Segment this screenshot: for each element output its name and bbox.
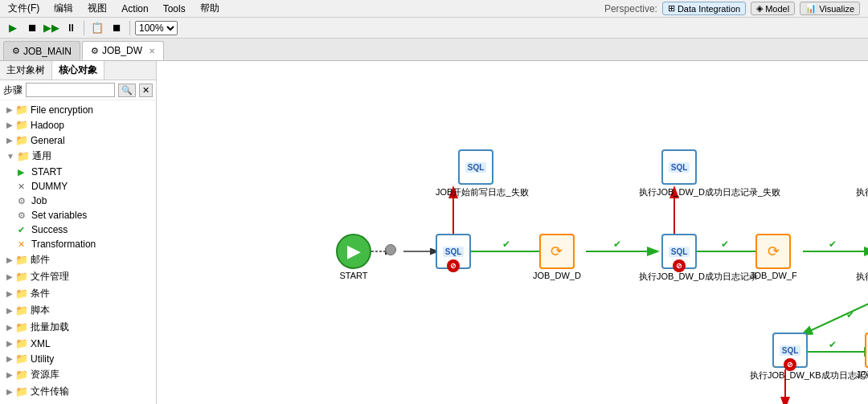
tree-item-label: 条件 — [31, 287, 50, 300]
tab-job-main[interactable]: ⚙ JOB_MAIN — [3, 41, 80, 60]
node-job-start-log-box: SQL ⊘ — [436, 234, 471, 269]
tab-job-dw-close[interactable]: ✕ — [149, 47, 155, 55]
node-job-dw-f[interactable]: ⟳ JOB_DW_F — [750, 234, 797, 280]
run-selected-button[interactable]: ▶▶ — [43, 20, 59, 36]
stop-button[interactable]: ⏹ — [24, 20, 40, 36]
tree-item-脚本[interactable]: ▶📁脚本 — [0, 302, 156, 319]
node-job-start-log[interactable]: SQL ⊘ — [436, 234, 471, 271]
sidebar-tabs: 主对象树 核心对象 — [0, 61, 156, 80]
sidebar-tab-main-tree[interactable]: 主对象树 — [0, 61, 52, 80]
tree-item-Hadoop[interactable]: ▶📁Hadoop — [0, 117, 156, 133]
folder-arrow-icon: ▶ — [6, 339, 13, 348]
tree-item-Set-variables[interactable]: ⚙Set variables — [0, 208, 156, 222]
perspective-data-integration[interactable]: ⊞ Data Integration — [662, 2, 746, 15]
tree-item-START[interactable]: ▶START — [0, 165, 156, 179]
tree-item-label: 批量加载 — [31, 320, 69, 334]
tree-item-文件管理[interactable]: ▶📁文件管理 — [0, 268, 156, 285]
folder-arrow-icon: ▶ — [6, 354, 13, 363]
stop2-button[interactable]: ⏹ — [108, 20, 125, 36]
folder-arrow-icon: ▶ — [6, 120, 13, 129]
node-job-dw-kb-log[interactable]: SQL ⊘ 执行JOB_DW_KB成功日志记录 — [750, 333, 830, 382]
node-job-dw-d-label: JOB_DW_D — [533, 271, 581, 280]
tab-job-dw[interactable]: ⚙ JOB_DW ✕ — [82, 41, 164, 60]
node-job-dw-kb[interactable]: ⟳ JOB_DW_KB — [856, 333, 868, 379]
menu-action[interactable]: Action — [118, 3, 151, 14]
folder-arrow-icon: ▶ — [6, 289, 13, 298]
zoom-select[interactable]: 100% 75% 50% 125% 150% — [135, 21, 178, 35]
svg-text:✔: ✔ — [829, 239, 837, 250]
tree-item-Transformation[interactable]: ✕Transformation — [0, 237, 156, 251]
sidebar: 主对象树 核心对象 步骤 🔍 ✕ ▶📁File encryption▶📁Hado… — [0, 61, 157, 404]
perspective-visualize[interactable]: 📊 Visualize — [800, 2, 860, 15]
tree-item-Job[interactable]: ⚙Job — [0, 194, 156, 208]
canvas-area[interactable]: ✔ ✔ ✔ ✔ ✔ ✔ — [157, 61, 868, 404]
tab-job-dw-icon: ⚙ — [91, 46, 99, 56]
clear-btn[interactable]: ✕ — [139, 84, 153, 97]
menu-help[interactable]: 帮助 — [197, 2, 223, 15]
node-job-dw-kb-box: ⟳ — [865, 333, 868, 368]
node-job-dw-d[interactable]: ⟳ JOB_DW_D — [533, 234, 581, 280]
folder-icon: 📁 — [15, 254, 28, 266]
perspective-label: Perspective: — [604, 3, 657, 14]
tab-job-dw-label: JOB_DW — [102, 45, 142, 56]
toolbar-separator2 — [129, 21, 130, 35]
model-label: Model — [765, 4, 789, 14]
tree-item-General[interactable]: ▶📁General — [0, 133, 156, 148]
perspective-model[interactable]: ◈ Model — [751, 2, 795, 15]
steps-label: 步骤 — [3, 84, 23, 97]
node-start[interactable]: ▶ START — [336, 234, 371, 280]
node-job-dw-f-log-fail[interactable]: SQL 执行JOB_DW_F成功日志记录_失败 — [856, 149, 868, 198]
node-job-dw-d-log-fail[interactable]: SQL 执行JOB_DW_D成功日志记录_失败 — [639, 149, 719, 198]
tree-item-条件[interactable]: ▶📁条件 — [0, 285, 156, 302]
search-btn[interactable]: 🔍 — [118, 84, 136, 97]
menu-view[interactable]: 视图 — [84, 2, 110, 15]
node-job-dw-d-log[interactable]: SQL ⊘ 执行JOB_DW_D成功日志记录 — [639, 234, 719, 283]
tree-item-label: 文件管理 — [31, 270, 69, 284]
visualize-label: Visualize — [819, 4, 854, 14]
error-dot-2: ⊘ — [673, 259, 686, 272]
menu-edit[interactable]: 编辑 — [51, 2, 76, 15]
model-icon: ◈ — [756, 3, 763, 14]
node-start-box: ▶ — [336, 234, 371, 269]
tree-item-XML[interactable]: ▶📁XML — [0, 336, 156, 351]
tree-item-通用[interactable]: ▼📁通用 — [0, 148, 156, 165]
folder-icon: 📁 — [17, 150, 30, 162]
sidebar-tab-core[interactable]: 核心对象 — [52, 61, 104, 80]
zoom-control[interactable]: 100% 75% 50% 125% 150% — [135, 21, 178, 35]
main-layout: 主对象树 核心对象 步骤 🔍 ✕ ▶📁File encryption▶📁Hado… — [0, 61, 868, 404]
menu-tools[interactable]: Tools — [160, 3, 189, 14]
node-job-dw-kb-label: JOB_DW_KB — [856, 369, 868, 379]
data-integration-label: Data Integration — [678, 4, 740, 14]
tree-item-label: Set variables — [31, 210, 87, 221]
pause-button[interactable]: ⏸ — [63, 20, 79, 36]
tree-item-邮件[interactable]: ▶📁邮件 — [0, 251, 156, 268]
tree-item-label: General — [31, 135, 65, 146]
folder-arrow-icon: ▶ — [6, 387, 13, 396]
node-dummy[interactable] — [385, 244, 396, 255]
tree-item-DUMMY[interactable]: ✕DUMMY — [0, 179, 156, 194]
node-job-dw-f-log[interactable]: SQL ⊘ 执行JOB_DW_F成功日志记录 — [856, 234, 868, 283]
item-icon: ✔ — [18, 225, 29, 235]
tree-item-label: File encryption — [31, 104, 93, 116]
tree-item-Utility[interactable]: ▶📁Utility — [0, 351, 156, 366]
node-job-dw-f-log-label: 执行JOB_DW_F成功日志记录 — [856, 271, 868, 283]
node-job-dw-d-log-label: 执行JOB_DW_D成功日志记录 — [639, 271, 719, 283]
node-job-start-log-fail[interactable]: SQL JOB开始前写日志_失败 — [436, 149, 516, 198]
menu-file[interactable]: 文件(F) — [5, 2, 43, 15]
item-icon: ⚙ — [18, 210, 29, 221]
folder-icon: 📁 — [15, 321, 28, 333]
copy-button[interactable]: 📋 — [89, 20, 105, 36]
tree-item-资源库[interactable]: ▶📁资源库 — [0, 366, 156, 383]
tree-item-文件传输[interactable]: ▶📁文件传输 — [0, 383, 156, 400]
visualize-icon: 📊 — [805, 3, 817, 14]
transform-icon-1: ⟳ — [551, 243, 563, 260]
search-input[interactable] — [26, 83, 115, 97]
sql-icon-fail-1: SQL — [465, 162, 487, 173]
svg-text:✔: ✔ — [721, 239, 729, 250]
run-button[interactable]: ▶ — [5, 20, 21, 36]
tree-item-File-encryption[interactable]: ▶📁File encryption — [0, 102, 156, 117]
node-job-dw-kb-log-box: SQL ⊘ — [772, 333, 808, 368]
sql-icon-1: SQL — [443, 247, 465, 257]
tree-item-批量加载[interactable]: ▶📁批量加载 — [0, 319, 156, 336]
tree-item-Success[interactable]: ✔Success — [0, 222, 156, 237]
